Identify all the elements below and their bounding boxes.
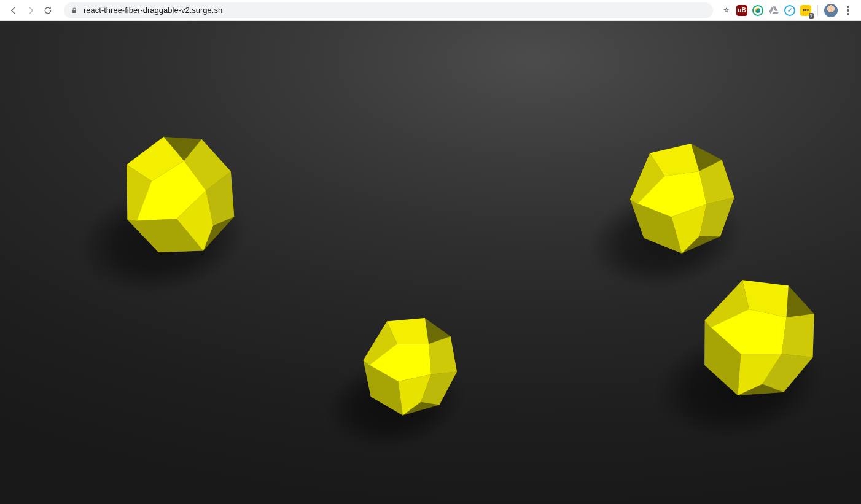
vimeo-extension-icon[interactable]: ✓: [784, 5, 795, 16]
toolbar-right: ☆ uB ✓ ••• 1: [719, 4, 856, 17]
miro-extension-badge: 1: [809, 13, 814, 19]
lock-icon: [70, 6, 79, 15]
url-text: react-three-fiber-draggable-v2.surge.sh: [84, 2, 222, 18]
three-canvas[interactable]: [0, 21, 861, 504]
miro-extension-icon[interactable]: ••• 1: [800, 5, 811, 16]
ublock-extension-icon[interactable]: uB: [736, 5, 747, 16]
draggable-dodecahedron[interactable]: [112, 127, 253, 268]
forward-button[interactable]: [22, 2, 39, 19]
draggable-dodecahedron[interactable]: [620, 137, 749, 266]
draggable-dodecahedron[interactable]: [353, 311, 470, 427]
svg-point-0: [847, 6, 849, 8]
profile-avatar[interactable]: [824, 4, 838, 17]
miro-extension-label: •••: [803, 7, 809, 14]
svg-point-2: [847, 13, 849, 15]
address-bar[interactable]: react-three-fiber-draggable-v2.surge.sh: [64, 2, 713, 18]
draggable-dodecahedron[interactable]: [689, 272, 830, 413]
browser-menu-button[interactable]: [843, 5, 854, 16]
google-drive-extension-icon[interactable]: [768, 5, 779, 16]
toolbar-separator: [817, 5, 818, 16]
browser-toolbar: react-three-fiber-draggable-v2.surge.sh …: [0, 0, 861, 21]
bookmark-star-icon[interactable]: ☆: [720, 5, 731, 16]
svg-point-1: [847, 9, 849, 12]
reload-button[interactable]: [39, 2, 56, 19]
back-button[interactable]: [5, 2, 22, 19]
grammarly-extension-icon[interactable]: [752, 5, 763, 16]
